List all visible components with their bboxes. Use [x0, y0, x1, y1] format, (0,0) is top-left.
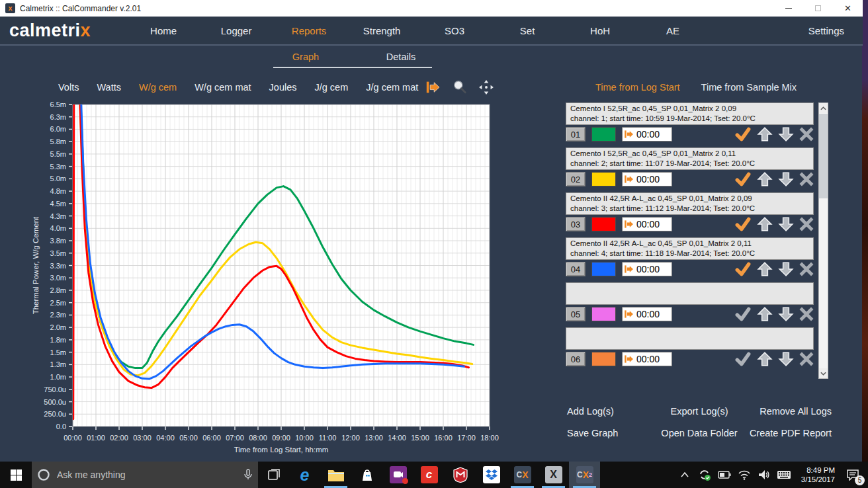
channel-title-box[interactable]: Cemento II 42,5R A-L_ac 0,45_SP 0,01_Mat… — [566, 192, 814, 215]
channel-title-box[interactable] — [566, 327, 814, 350]
apply-check-icon[interactable] — [734, 261, 752, 277]
remove-log-icon[interactable] — [799, 217, 814, 231]
tray-chevron-icon[interactable] — [675, 462, 695, 488]
channel-title-box[interactable]: Cemento I 52,5R_ac 0,45_SP 0,01_Matrix 2… — [566, 102, 814, 125]
move-up-icon[interactable] — [757, 351, 773, 367]
save-graph-button[interactable]: Save Graph — [567, 428, 618, 438]
channel-offset-field[interactable]: 00:00 — [622, 127, 672, 142]
apply-check-icon[interactable] — [734, 306, 752, 322]
unit-tab[interactable]: W/g cem — [139, 82, 177, 93]
remove-all-logs-button[interactable]: Remove All Logs — [760, 406, 832, 417]
unit-tab[interactable]: Joules — [269, 82, 297, 93]
zoom-icon[interactable] — [452, 79, 468, 95]
messaging-app-icon[interactable] — [382, 462, 413, 488]
remove-log-icon[interactable] — [799, 352, 814, 366]
remove-log-icon[interactable] — [799, 307, 814, 321]
channel-offset-field[interactable]: 00:00 — [622, 307, 672, 321]
move-down-icon[interactable] — [778, 216, 794, 232]
volume-icon[interactable] — [754, 462, 774, 488]
mcafee-icon[interactable] — [445, 462, 476, 488]
minimize-button[interactable] — [773, 0, 803, 17]
open-data-folder-button[interactable]: Open Data Folder — [661, 428, 737, 438]
dropbox-icon[interactable] — [476, 462, 507, 488]
move-down-icon[interactable] — [778, 306, 794, 322]
channel-title-box[interactable]: Cemento I 52,5R_ac 0,45_SP 0,01_Matrix 2… — [566, 147, 814, 170]
remove-log-icon[interactable] — [799, 262, 814, 276]
edge-icon[interactable]: e — [289, 462, 320, 488]
scroll-down-icon[interactable] — [819, 368, 828, 378]
add-logs-button[interactable]: Add Log(s) — [567, 406, 614, 417]
keyboard-icon[interactable] — [774, 462, 794, 488]
apply-check-icon[interactable] — [734, 126, 752, 142]
windows-start-icon[interactable] — [0, 462, 32, 488]
x-app-icon[interactable]: X — [538, 462, 569, 488]
chart-plot-area[interactable]: 6.5m6.3m6.0m5.8m5.5m5.3m5.0m4.8m4.5m4.3m… — [25, 101, 501, 458]
channel-color-swatch[interactable] — [591, 352, 616, 366]
move-down-icon[interactable] — [778, 126, 794, 142]
channel-title-box[interactable]: Cemento II 42,5R A-L_ac 0,45_SP 0,01_Mat… — [566, 237, 814, 260]
unit-tab[interactable]: J/g cem — [315, 82, 349, 93]
apply-check-icon[interactable] — [734, 351, 752, 367]
channel-color-swatch[interactable] — [591, 127, 616, 142]
scroll-up-icon[interactable] — [819, 103, 828, 113]
apply-check-icon[interactable] — [734, 216, 752, 232]
close-button[interactable]: ✕ — [833, 0, 863, 17]
export-logs-button[interactable]: Export Log(s) — [670, 406, 728, 417]
channel-offset-field[interactable]: 00:00 — [622, 262, 672, 276]
maximize-button[interactable] — [803, 0, 833, 17]
move-down-icon[interactable] — [778, 351, 794, 367]
create-pdf-report-button[interactable]: Create PDF Report — [750, 428, 832, 438]
microphone-icon[interactable] — [243, 469, 253, 481]
remove-log-icon[interactable] — [799, 172, 814, 186]
battery-icon[interactable] — [715, 462, 734, 488]
taskbar-clock[interactable]: 8:49 PM 3/15/2017 — [794, 466, 838, 484]
unit-tab[interactable]: Volts — [58, 82, 79, 93]
calcommander-icon[interactable]: CX — [507, 462, 538, 488]
move-up-icon[interactable] — [757, 126, 773, 142]
search-input[interactable] — [56, 469, 238, 481]
action-center-icon[interactable]: 5 — [838, 462, 868, 488]
move-up-icon[interactable] — [757, 306, 773, 322]
move-down-icon[interactable] — [778, 171, 794, 187]
unit-tab[interactable]: J/g cem mat — [366, 82, 418, 93]
apply-check-icon[interactable] — [734, 171, 752, 187]
nav-item[interactable]: SO3 — [418, 25, 491, 36]
time-basis-option[interactable]: Time from Sample Mix — [701, 82, 797, 93]
channel-color-swatch[interactable] — [591, 217, 616, 231]
nav-item[interactable]: Reports — [273, 25, 345, 36]
channel-color-swatch[interactable] — [591, 262, 616, 276]
unit-tab[interactable]: Watts — [97, 82, 121, 93]
store-icon[interactable] — [351, 462, 382, 488]
nav-item[interactable]: HoH — [564, 25, 636, 36]
scrollbar-thumb[interactable] — [819, 114, 828, 198]
channel-offset-field[interactable]: 00:00 — [622, 217, 672, 231]
unit-tab[interactable]: W/g cem mat — [195, 82, 251, 93]
nav-item-settings[interactable]: Settings — [808, 25, 844, 36]
nav-item[interactable]: Strength — [345, 25, 418, 36]
wifi-icon[interactable] — [734, 462, 754, 488]
move-up-icon[interactable] — [757, 216, 773, 232]
time-offset-flag-icon[interactable] — [425, 79, 441, 95]
channel-offset-field[interactable]: 00:00 — [622, 172, 672, 186]
report-subtab[interactable]: Details — [369, 52, 433, 62]
move-up-icon[interactable] — [757, 171, 773, 187]
time-basis-option[interactable]: Time from Log Start — [595, 82, 680, 93]
channel-color-swatch[interactable] — [591, 172, 616, 186]
nav-item[interactable]: Home — [127, 25, 200, 36]
channel-offset-field[interactable]: 00:00 — [622, 352, 672, 366]
sync-status-tray-icon[interactable] — [695, 462, 715, 488]
task-view-icon[interactable] — [258, 462, 289, 488]
nav-item[interactable]: Set — [491, 25, 564, 36]
nav-item[interactable]: Logger — [200, 25, 273, 36]
red-c-app-icon[interactable]: c — [413, 462, 445, 488]
calcommander-2-icon[interactable]: CX2 — [569, 462, 600, 488]
remove-log-icon[interactable] — [799, 127, 814, 142]
report-subtab[interactable]: Graph — [273, 52, 338, 62]
channel-title-box[interactable] — [566, 282, 814, 305]
nav-item[interactable]: AE — [636, 25, 709, 36]
channel-list-scrollbar[interactable] — [818, 102, 828, 379]
move-down-icon[interactable] — [778, 261, 794, 277]
channel-color-swatch[interactable] — [591, 307, 616, 321]
pan-icon[interactable] — [478, 79, 494, 95]
cortana-search-box[interactable] — [32, 462, 258, 488]
